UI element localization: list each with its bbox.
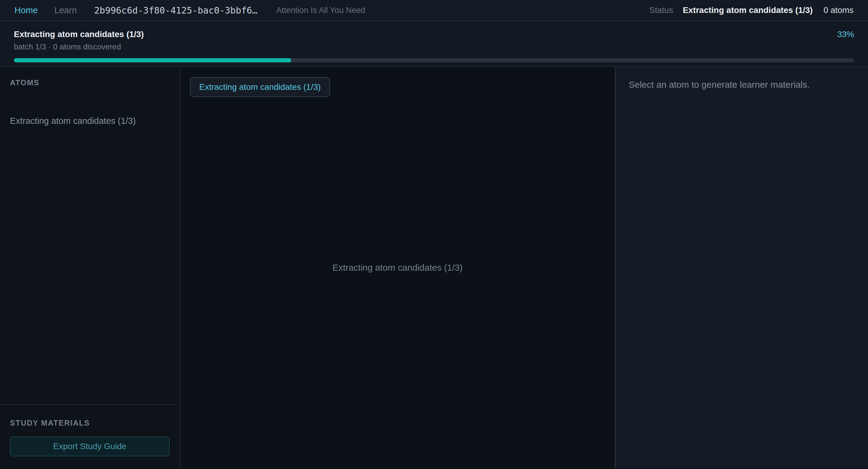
main-empty-message: Extracting atom candidates (1/3)	[333, 262, 463, 273]
nav-link-learn[interactable]: Learn	[54, 5, 76, 15]
progress-bar-fill	[14, 58, 291, 62]
progress-bar-track	[14, 58, 854, 62]
study-section-header: STUDY MATERIALS	[10, 419, 170, 428]
main-panel: Extracting atom candidates (1/3) Extract…	[180, 67, 615, 468]
status-chip[interactable]: Extracting atom candidates (1/3)	[190, 77, 330, 97]
atom-list: Extracting atom candidates (1/3)	[10, 113, 170, 129]
progress-header-row: Extracting atom candidates (1/3) 33%	[14, 30, 854, 39]
atom-list-item[interactable]: Extracting atom candidates (1/3)	[10, 113, 170, 129]
progress-subtitle: batch 1/3 · 0 atoms discovered	[14, 42, 854, 52]
right-panel: Select an atom to generate learner mater…	[615, 67, 868, 468]
nav-doc-id: 2b996c6d-3f80-4125-bac0-3bbf6…	[94, 5, 258, 16]
atoms-section-header: ATOMS	[10, 79, 170, 87]
progress-title: Extracting atom candidates (1/3)	[14, 30, 144, 39]
sidebar: ATOMS Extracting atom candidates (1/3) S…	[0, 67, 180, 468]
nav-link-home[interactable]: Home	[14, 5, 38, 15]
content-area: ATOMS Extracting atom candidates (1/3) S…	[0, 67, 868, 468]
nav-status-label: Status	[649, 5, 673, 15]
nav-status-value: Extracting atom candidates (1/3)	[683, 5, 812, 15]
sidebar-study-section: STUDY MATERIALS Export Study Guide	[0, 404, 180, 468]
nav-atom-count: 0 atoms	[824, 5, 854, 15]
export-study-guide-button[interactable]: Export Study Guide	[10, 436, 170, 456]
top-nav: Home Learn 2b996c6d-3f80-4125-bac0-3bbf6…	[0, 0, 868, 21]
right-panel-empty-message: Select an atom to generate learner mater…	[629, 80, 856, 90]
progress-banner: Extracting atom candidates (1/3) 33% bat…	[0, 21, 868, 67]
nav-doc-title: Attention Is All You Need	[276, 6, 365, 15]
sidebar-atoms-section: ATOMS Extracting atom candidates (1/3)	[0, 67, 180, 404]
progress-percent: 33%	[837, 30, 854, 39]
